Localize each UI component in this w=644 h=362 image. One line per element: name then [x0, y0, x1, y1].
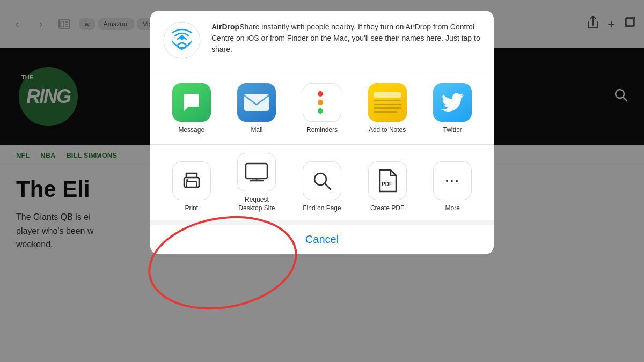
airdrop-section: AirDropShare instantly with people nearb…	[150, 11, 494, 72]
cancel-section: Cancel	[150, 225, 494, 254]
find-on-page-icon	[303, 161, 341, 200]
svg-point-10	[180, 35, 184, 40]
app-message[interactable]: Message	[165, 83, 218, 134]
app-notes[interactable]: Add to Notes	[361, 83, 414, 134]
reminders-label: Reminders	[306, 126, 338, 134]
print-icon	[172, 161, 211, 200]
app-twitter[interactable]: Twitter	[426, 83, 479, 134]
svg-rect-11	[244, 94, 269, 111]
twitter-icon	[433, 83, 472, 122]
action-print[interactable]: Print	[162, 161, 221, 213]
airdrop-icon	[163, 21, 201, 61]
notes-label: Add to Notes	[369, 126, 406, 134]
more-label: More	[445, 204, 460, 213]
notes-icon	[368, 83, 407, 122]
message-label: Message	[178, 126, 204, 134]
airdrop-description: AirDropShare instantly with people nearb…	[211, 21, 481, 55]
mail-label: Mail	[251, 126, 262, 134]
request-desktop-label: Request Desktop Site	[238, 196, 275, 212]
create-pdf-label: Create PDF	[370, 204, 404, 213]
message-icon	[172, 83, 211, 122]
svg-point-9	[164, 22, 200, 58]
svg-rect-15	[246, 164, 267, 179]
action-request-desktop[interactable]: Request Desktop Site	[227, 153, 286, 212]
svg-point-14	[186, 179, 188, 181]
request-desktop-icon	[237, 153, 276, 191]
actions-row: Print Request Desktop Site	[150, 145, 494, 220]
mail-icon	[237, 83, 276, 122]
more-icon: ⋯	[433, 161, 472, 200]
svg-text:PDF: PDF	[382, 181, 392, 187]
find-on-page-label: Find on Page	[303, 204, 341, 213]
create-pdf-icon: PDF	[368, 161, 407, 200]
print-label: Print	[185, 204, 198, 213]
svg-line-20	[325, 183, 331, 189]
reminders-icon	[303, 83, 341, 122]
apps-row: Message Mail	[150, 72, 494, 145]
app-mail[interactable]: Mail	[230, 83, 283, 134]
svg-rect-13	[186, 182, 197, 187]
action-find-on-page[interactable]: Find on Page	[292, 161, 352, 213]
app-reminders[interactable]: Reminders	[295, 83, 349, 134]
action-more[interactable]: ⋯ More	[423, 161, 482, 213]
cancel-button[interactable]: Cancel	[159, 233, 485, 246]
action-create-pdf[interactable]: PDF Create PDF	[358, 161, 417, 213]
twitter-label: Twitter	[443, 126, 462, 134]
share-sheet: AirDropShare instantly with people nearb…	[150, 11, 494, 254]
